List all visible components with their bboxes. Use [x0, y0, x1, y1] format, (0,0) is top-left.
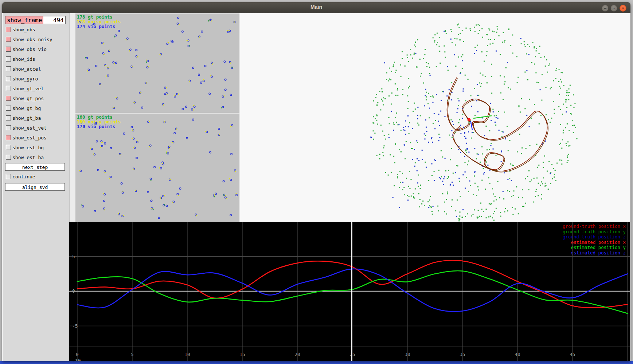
checkbox-label-show_obs_noisy: show_obs_noisy	[12, 37, 52, 42]
cam-overlay-vio-count: 178 vio points	[77, 124, 115, 129]
current-pose-marker	[468, 118, 471, 122]
checkbox-show_gt_ba[interactable]	[6, 115, 11, 120]
checkbox-label-show_gt_pos: show_gt_pos	[12, 96, 44, 101]
sidebar-row-show_gt_bg: show_gt_bg	[3, 106, 69, 111]
sidebar-row-show_est_bg: show_est_bg	[3, 145, 69, 151]
checkbox-show_accel[interactable]	[6, 66, 11, 71]
app-window: Main – ▫ ✕ show_frame494show_obsshow_obs…	[2, 2, 630, 361]
sidebar-row-show_est_pos: show_est_pos	[3, 135, 69, 141]
svg-text:5: 5	[131, 352, 134, 357]
est-trajectory	[448, 79, 548, 172]
maximize-button-icon[interactable]: ▫	[610, 5, 617, 12]
sidebar-row-show_est_ba: show_est_ba	[3, 155, 69, 161]
checkbox-label-show_gyro: show_gyro	[12, 76, 38, 82]
checkbox-label-show_gt_vel: show_gt_vel	[12, 86, 44, 91]
checkbox-label-show_obs: show_obs	[12, 27, 35, 32]
checkbox-show_est_pos[interactable]	[6, 135, 11, 140]
checkbox-label-show_ids: show_ids	[12, 56, 35, 62]
checkbox-show_gt_bg[interactable]	[6, 106, 11, 111]
sidebar-row-show_ids: show_ids	[3, 56, 69, 62]
checkbox-show_obs_noisy[interactable]	[6, 37, 11, 42]
checkbox-show_ids[interactable]	[6, 56, 11, 62]
checkbox-label-show_est_bg: show_est_bg	[12, 145, 44, 150]
camera-view-top[interactable]: 178 gt points178 noisy points174 vio poi…	[75, 13, 239, 113]
minimize-button-icon[interactable]: –	[602, 5, 609, 12]
align_svd-button[interactable]: align_svd	[5, 183, 65, 191]
checkbox-label-show_gt_ba: show_gt_ba	[12, 115, 41, 121]
sidebar-row-show_obs: show_obs	[3, 27, 69, 33]
checkbox-show_est_bg[interactable]	[6, 145, 11, 150]
window-title: Main	[2, 4, 630, 10]
checkbox-label-show_est_pos: show_est_pos	[12, 135, 47, 141]
svg-text:0: 0	[72, 288, 75, 294]
sidebar-row-show_gt_vel: show_gt_vel	[3, 86, 69, 92]
desktop: Main – ▫ ✕ show_frame494show_obsshow_obs…	[0, 0, 633, 364]
sidebar-row-show_est_vel: show_est_vel	[3, 125, 69, 131]
titlebar[interactable]: Main – ▫ ✕	[2, 2, 630, 13]
checkbox-label-continue: continue	[12, 174, 35, 179]
checkbox-show_est_ba[interactable]	[6, 155, 11, 160]
sidebar-row-show_gt_pos: show_gt_pos	[3, 96, 69, 102]
show-frame-field[interactable]: show_frame494	[5, 16, 66, 24]
sidebar-row-show_obs_vio: show_obs_vio	[3, 47, 69, 52]
svg-text:5: 5	[72, 254, 75, 259]
sidebar-row-show_gt_ba: show_gt_ba	[3, 115, 69, 121]
checkbox-show_obs[interactable]	[6, 27, 11, 32]
svg-text:35: 35	[460, 352, 465, 357]
checkbox-label-show_gt_bg: show_gt_bg	[12, 106, 41, 111]
svg-text:10: 10	[184, 352, 190, 357]
close-button-icon[interactable]: ✕	[620, 5, 626, 12]
svg-text:0: 0	[76, 352, 79, 357]
svg-text:15: 15	[239, 352, 245, 357]
bottom-blue-strip	[0, 361, 633, 364]
svg-text:45: 45	[570, 352, 575, 357]
checkbox-show_obs_vio[interactable]	[6, 47, 11, 52]
svg-text:-5: -5	[72, 323, 78, 329]
sidebar-row-show_accel: show_accel	[3, 66, 69, 72]
show-frame-label: show_frame	[5, 16, 43, 24]
checkbox-show_gt_vel[interactable]	[6, 86, 11, 91]
camera-view-bottom[interactable]: 180 gt points180 noisy points178 vio poi…	[75, 114, 239, 222]
checkbox-label-show_est_ba: show_est_ba	[12, 155, 44, 160]
gt-trajectory	[447, 78, 547, 171]
sidebar-row-show_obs_noisy: show_obs_noisy	[3, 37, 69, 43]
next_step-button[interactable]: next_step	[5, 163, 65, 171]
control-panel: show_frame494show_obsshow_obs_noisyshow_…	[3, 13, 70, 361]
svg-text:20: 20	[294, 352, 300, 357]
sidebar-row-continue: continue	[3, 174, 69, 180]
checkbox-label-show_obs_vio: show_obs_vio	[12, 47, 47, 52]
position-plot[interactable]: ground-truth position xground-truth posi…	[69, 222, 630, 361]
svg-text:30: 30	[405, 352, 410, 357]
svg-text:40: 40	[515, 352, 520, 357]
checkbox-show_gt_pos[interactable]	[6, 96, 11, 101]
svg-text:-10: -10	[72, 358, 81, 361]
checkbox-show_gyro[interactable]	[6, 76, 11, 81]
checkbox-label-show_est_vel: show_est_vel	[12, 125, 47, 131]
checkbox-continue[interactable]	[6, 174, 11, 179]
sidebar-row-show_gyro: show_gyro	[3, 76, 69, 82]
checkbox-label-show_accel: show_accel	[12, 66, 41, 72]
checkbox-show_est_vel[interactable]	[6, 125, 11, 130]
svg-text:25: 25	[349, 352, 355, 357]
show-frame-value: 494	[43, 17, 65, 24]
3d-map-view[interactable]	[240, 13, 630, 222]
cam-overlay-vio-count: 174 vio points	[77, 24, 115, 29]
